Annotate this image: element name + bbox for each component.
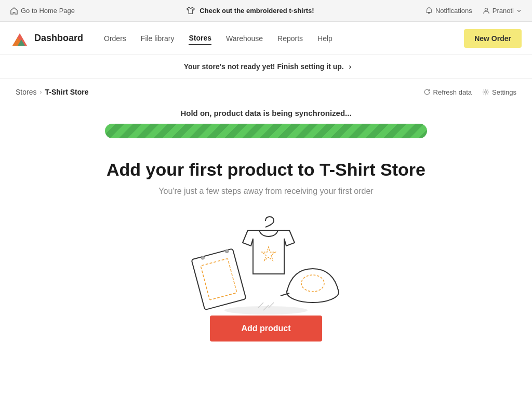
notifications-link[interactable]: Notifications xyxy=(425,7,472,15)
nav-help[interactable]: Help xyxy=(317,32,332,45)
add-product-button[interactable]: Add product xyxy=(210,316,322,342)
bell-icon xyxy=(425,7,433,15)
svg-rect-6 xyxy=(191,248,246,310)
product-illustration xyxy=(172,212,360,316)
hero-title: Add your first product to T-Shirt Store xyxy=(16,159,516,180)
svg-point-0 xyxy=(485,8,487,10)
refresh-data-button[interactable]: Refresh data xyxy=(423,88,472,96)
nav-orders[interactable]: Orders xyxy=(104,32,126,45)
tshirt-icon xyxy=(186,6,195,16)
hero-section: Add your first product to T-Shirt Store … xyxy=(16,149,516,367)
logo-text: Dashboard xyxy=(34,33,83,44)
new-order-button[interactable]: New Order xyxy=(464,29,522,48)
breadcrumb-actions: Refresh data Settings xyxy=(423,88,516,96)
settings-button[interactable]: Settings xyxy=(482,88,516,96)
nav-stores[interactable]: Stores xyxy=(189,32,211,45)
nav-links: Orders File library Stores Warehouse Rep… xyxy=(104,32,464,45)
progress-bar xyxy=(105,124,427,138)
user-icon xyxy=(483,7,490,15)
svg-point-4 xyxy=(485,91,487,93)
sync-label: Hold on, product data is being synchroni… xyxy=(16,109,516,117)
page-content: Stores › T-Shirt Store Refresh data Sett… xyxy=(0,78,532,367)
settings-icon xyxy=(482,88,489,96)
banner-arrow: › xyxy=(349,62,352,71)
user-menu[interactable]: Pranoti xyxy=(483,7,522,15)
breadcrumb-stores-link[interactable]: Stores xyxy=(16,88,36,96)
home-link[interactable]: Go to Home Page xyxy=(10,7,75,15)
store-setup-banner[interactable]: Your store's not ready yet! Finish setti… xyxy=(0,55,532,78)
top-bar-right: Notifications Pranoti xyxy=(425,7,522,15)
logo[interactable]: Dashboard xyxy=(10,29,83,48)
nav-file-library[interactable]: File library xyxy=(141,32,175,45)
top-bar: Go to Home Page Check out the embroidere… xyxy=(0,0,532,22)
logo-icon xyxy=(10,29,29,48)
hero-subtitle: You're just a few steps away from receiv… xyxy=(16,187,516,196)
breadcrumb-left: Stores › T-Shirt Store xyxy=(16,88,88,96)
chevron-down-icon xyxy=(516,8,522,14)
promo-banner[interactable]: Check out the embroidered t-shirts! xyxy=(186,6,314,16)
nav-warehouse[interactable]: Warehouse xyxy=(226,32,263,45)
nav-bar: Dashboard Orders File library Stores War… xyxy=(0,22,532,55)
nav-reports[interactable]: Reports xyxy=(277,32,303,45)
refresh-icon xyxy=(423,88,431,96)
breadcrumb-chevron: › xyxy=(39,88,42,96)
progress-section: Hold on, product data is being synchroni… xyxy=(16,103,516,149)
progress-bar-fill xyxy=(105,124,427,138)
breadcrumb-current: T-Shirt Store xyxy=(45,88,88,96)
breadcrumb: Stores › T-Shirt Store Refresh data Sett… xyxy=(16,78,516,103)
home-icon xyxy=(10,7,18,15)
